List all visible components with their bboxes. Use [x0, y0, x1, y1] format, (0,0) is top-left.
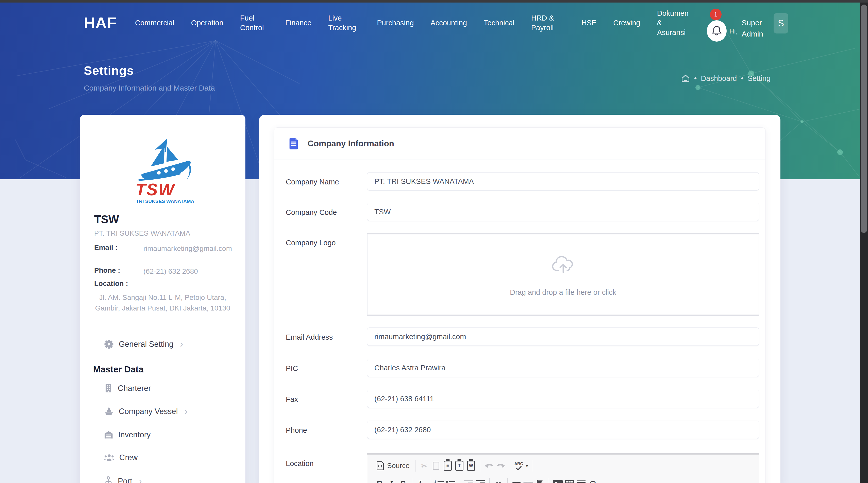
- app-window: HAF Commercial Operation Fuel Control Fi…: [0, 0, 868, 483]
- image-button[interactable]: [552, 478, 564, 483]
- paste-from-word-button[interactable]: W: [465, 459, 477, 472]
- company-logo-label: Company Logo: [286, 239, 336, 247]
- toolbar-separator: [412, 478, 412, 483]
- phone-label: Phone :: [94, 266, 120, 275]
- decrease-indent-icon: [464, 480, 473, 483]
- undo-icon: [484, 462, 494, 470]
- bold-button[interactable]: B: [374, 478, 385, 483]
- nav-item-purchasing[interactable]: Purchasing: [377, 18, 414, 28]
- toolbar-separator: [489, 478, 490, 483]
- haf-logo[interactable]: HAF: [84, 14, 117, 32]
- scissors-icon: ✂: [421, 461, 427, 470]
- home-icon[interactable]: [681, 74, 690, 83]
- cloud-upload-icon: [552, 255, 575, 275]
- document-icon: [288, 138, 299, 150]
- phone-input[interactable]: [367, 421, 759, 439]
- special-character-button[interactable]: Ω: [587, 478, 599, 483]
- nav-item-fuel-control[interactable]: Fuel Control: [240, 13, 269, 33]
- phone-value: (62-21) 632 2680: [144, 266, 234, 277]
- italic-button[interactable]: I: [385, 478, 397, 483]
- copy-button[interactable]: [430, 459, 442, 472]
- settings-content-panel: Company Information Company Name Company…: [259, 115, 780, 483]
- bell-icon: [711, 25, 722, 37]
- phone-label: Phone: [286, 426, 307, 434]
- page-subtitle: Company Information and Master Data: [84, 84, 215, 92]
- spell-check-button[interactable]: ABC: [513, 459, 525, 472]
- remove-format-button[interactable]: Ix: [415, 478, 427, 483]
- remove-format-icon: Ix: [418, 479, 424, 483]
- decrease-indent-button[interactable]: [463, 478, 475, 483]
- company-name-input[interactable]: [367, 172, 759, 191]
- breadcrumb-dashboard[interactable]: Dashboard: [701, 74, 737, 83]
- nav-menu: Commercial Operation Fuel Control Financ…: [135, 3, 692, 43]
- pic-input[interactable]: [367, 359, 759, 377]
- sidebar-item-crew[interactable]: Crew: [104, 453, 137, 462]
- sidebar-item-company-vessel[interactable]: Company Vessel ›: [104, 407, 188, 416]
- cut-button[interactable]: ✂: [418, 459, 430, 472]
- user-name[interactable]: Super Admin: [742, 17, 773, 39]
- nav-item-hrd-payroll[interactable]: HRD & Payroll: [531, 13, 565, 33]
- undo-button[interactable]: [483, 459, 495, 472]
- window-chrome-strip: [0, 0, 868, 3]
- sidebar-item-label: Charterer: [118, 384, 151, 393]
- fax-input[interactable]: [367, 390, 759, 408]
- sidebar-item-general-setting[interactable]: General Setting ›: [104, 340, 183, 349]
- table-button[interactable]: [564, 478, 576, 483]
- paste-button[interactable]: ≡: [442, 459, 454, 472]
- bold-icon: B: [377, 479, 383, 483]
- link-button[interactable]: [510, 478, 522, 483]
- svg-text:TRI SUKSES WANATAMA: TRI SUKSES WANATAMA: [136, 199, 194, 204]
- toolbar-separator: [549, 478, 549, 483]
- avatar[interactable]: S: [774, 13, 788, 33]
- anchor-button[interactable]: [534, 478, 546, 483]
- nav-item-live-tracking[interactable]: Live Tracking: [328, 13, 360, 33]
- sidebar-item-charterer[interactable]: Charterer: [104, 384, 151, 393]
- unlink-button[interactable]: [522, 478, 534, 483]
- toolbar-separator: [430, 478, 430, 483]
- increase-indent-button[interactable]: [475, 478, 486, 483]
- dropdown-caret-icon: ▼: [525, 464, 529, 468]
- card-title: Company Information: [308, 139, 394, 149]
- building-icon: [104, 384, 113, 393]
- nav-item-dokumen-asuransi[interactable]: Dokumen & Asuransi: [657, 8, 692, 37]
- sidebar-item-label: Inventory: [118, 430, 151, 439]
- breadcrumb-setting[interactable]: Setting: [748, 74, 771, 83]
- nav-item-commercial[interactable]: Commercial: [135, 18, 174, 28]
- nav-item-operation[interactable]: Operation: [191, 18, 223, 28]
- svg-text:TSW: TSW: [135, 180, 175, 199]
- nav-item-hse[interactable]: HSE: [582, 18, 597, 28]
- email-address-input[interactable]: [367, 327, 759, 346]
- pic-label: PIC: [286, 364, 298, 373]
- strikethrough-icon: S: [400, 479, 406, 483]
- numbered-list-button[interactable]: 1 2: [433, 478, 445, 483]
- source-button[interactable]: Source: [374, 461, 412, 471]
- crew-icon: [104, 454, 114, 462]
- redo-button[interactable]: [495, 459, 506, 472]
- omega-icon: Ω: [590, 479, 596, 483]
- blockquote-button[interactable]: ”: [493, 478, 504, 483]
- company-code-input[interactable]: [367, 203, 759, 221]
- strikethrough-button[interactable]: S: [397, 478, 409, 483]
- nav-item-finance[interactable]: Finance: [285, 18, 311, 28]
- sidebar-item-port[interactable]: Port ›: [104, 476, 142, 483]
- sidebar-item-label: Port: [118, 477, 132, 483]
- nav-item-crewing[interactable]: Crewing: [613, 18, 640, 28]
- fax-label: Fax: [286, 395, 298, 404]
- nav-item-technical[interactable]: Technical: [484, 18, 515, 28]
- bulleted-list-button[interactable]: [445, 478, 457, 483]
- nav-item-accounting[interactable]: Accounting: [430, 18, 467, 28]
- breadcrumb-separator: •: [694, 74, 697, 83]
- paste-icon: ≡: [444, 461, 452, 471]
- sidebar-item-inventory[interactable]: Inventory: [104, 430, 151, 439]
- paste-plain-text-button[interactable]: T: [454, 459, 465, 472]
- company-profile-card: TSW TRI SUKSES WANATAMA TSW PT. TRI SUKS…: [80, 115, 245, 483]
- logo-dropzone[interactable]: Drag and drop a file here or click: [367, 233, 759, 316]
- divider: [88, 319, 238, 319]
- notification-button[interactable]: [707, 20, 726, 42]
- increase-indent-icon: [476, 480, 485, 483]
- paste-plain-text-icon: T: [455, 461, 463, 471]
- horizontal-rule-button[interactable]: [576, 478, 587, 483]
- editor-toolbar-row2: B I S Ix 1 2: [374, 477, 758, 483]
- browser-scrollbar[interactable]: [860, 3, 868, 483]
- scrollbar-thumb[interactable]: [861, 5, 867, 233]
